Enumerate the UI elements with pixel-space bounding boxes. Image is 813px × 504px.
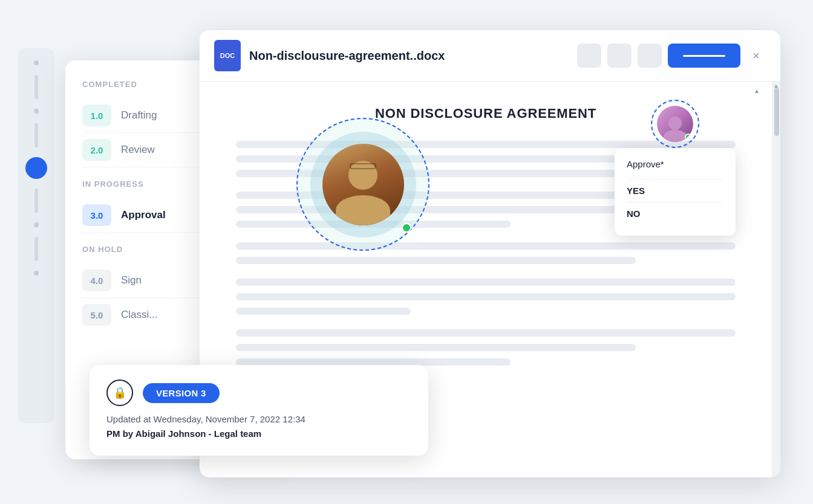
step-drafting-name: Drafting (121, 109, 157, 121)
user-avatar-dashed-circle (296, 118, 429, 251)
version-popup-top: 🔒 VERSION 3 (106, 380, 411, 406)
doc-lines-group-4 (236, 279, 736, 315)
version-popup-text: Updated at Wednesday, November 7, 2022 1… (106, 412, 411, 441)
approval-no-option[interactable]: NO (627, 202, 723, 225)
user-avatar-image (322, 144, 404, 225)
step-review-badge: 2.0 (82, 139, 111, 161)
document-scrollbar[interactable]: ▲ (772, 82, 780, 477)
approver-avatar-inner (657, 106, 693, 142)
sidebar-line-4 (34, 237, 38, 261)
doc-header-buttons: × (577, 44, 766, 68)
user-avatar-container (296, 118, 429, 251)
sidebar-dot-active[interactable] (25, 157, 47, 179)
version-badge: VERSION 3 (143, 383, 220, 403)
sidebar-line-3 (34, 189, 38, 213)
doc-line (236, 344, 636, 351)
document-header: DOC Non-disclousure-agreement..docx × (200, 30, 780, 82)
approval-popup-title: Approve* (627, 159, 723, 169)
step-review-name: Review (121, 144, 155, 156)
step-approval-badge: 3.0 (82, 204, 111, 226)
approval-popup: Approve* YES NO (615, 148, 736, 236)
approver-avatar-container (651, 100, 699, 148)
scrollbar-thumb[interactable] (774, 88, 779, 136)
doc-line (236, 308, 411, 315)
sidebar-background (18, 48, 54, 423)
sidebar-dot-2 (34, 109, 39, 114)
version-popup: 🔒 VERSION 3 Updated at Wednesday, Novemb… (90, 365, 428, 456)
doc-header-btn-2[interactable] (607, 44, 632, 68)
doc-action-button[interactable] (668, 44, 740, 68)
doc-line (236, 329, 736, 337)
step-classi-name: Classi... (121, 309, 157, 321)
doc-line (236, 293, 736, 300)
doc-lines-group-5 (236, 329, 736, 366)
step-drafting-badge: 1.0 (82, 105, 111, 126)
step-approval-name: Approval (121, 209, 166, 221)
sidebar-dot-3 (34, 222, 39, 227)
doc-header-btn-3[interactable] (638, 44, 662, 68)
doc-action-button-line (683, 55, 725, 57)
doc-header-btn-1[interactable] (577, 44, 601, 68)
sidebar-line-2 (34, 123, 38, 147)
user-avatar-bg (310, 132, 416, 237)
doc-line (236, 279, 736, 286)
approver-dashed-circle (651, 100, 699, 148)
user-online-indicator (402, 223, 411, 233)
sidebar-line-1 (34, 75, 38, 99)
doc-line (236, 257, 636, 264)
doc-file-icon: DOC (214, 40, 241, 71)
sidebar-dot-1 (34, 60, 39, 65)
version-lock-icon: 🔒 (106, 380, 133, 406)
approval-yes-option[interactable]: YES (627, 179, 723, 202)
doc-title: Non-disclousure-agreement..docx (249, 49, 569, 63)
scroll-up-arrow[interactable]: ▲ (754, 88, 760, 94)
step-classi-badge: 5.0 (82, 304, 111, 326)
sidebar-dot-4 (34, 271, 39, 276)
doc-scroll-top: ▲ (754, 88, 760, 94)
doc-close-button[interactable]: × (746, 46, 766, 65)
step-sign-name: Sign (121, 274, 142, 286)
approver-online-indicator (685, 134, 692, 141)
step-sign-badge: 4.0 (82, 270, 111, 291)
